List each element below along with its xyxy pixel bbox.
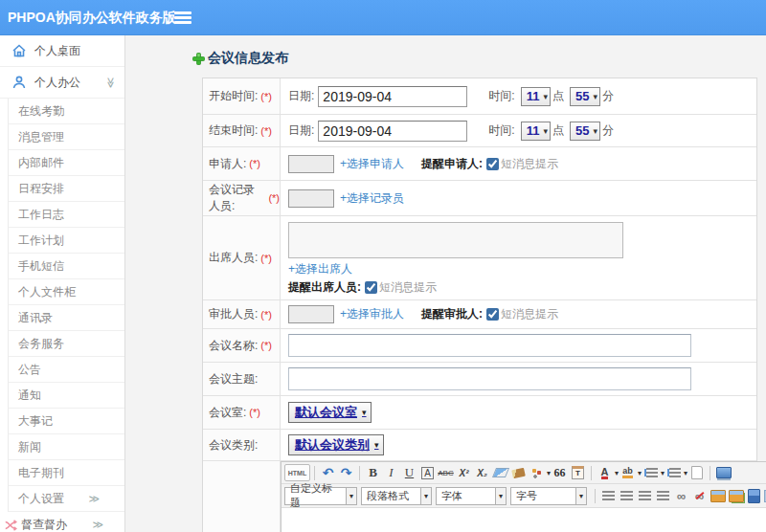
sidebar-item-label: 电子期刊	[18, 465, 64, 481]
sidebar-item-personal-settings[interactable]: 个人设置 ≫	[9, 486, 124, 512]
custom-title-dropdown[interactable]: 自定义标题▾	[284, 487, 357, 505]
sidebar-item[interactable]: 电子期刊	[9, 460, 124, 486]
choose-attendees-link[interactable]: +选择出席人	[288, 261, 352, 277]
align-right-icon[interactable]	[636, 487, 654, 504]
font-family-dropdown[interactable]: 字体▾	[436, 487, 507, 505]
redo-icon[interactable]: ↷	[337, 464, 355, 481]
chevron-down-icon[interactable]: ≫	[105, 77, 118, 88]
fullscreen-icon[interactable]	[714, 464, 732, 481]
highlight-color-button[interactable]: ab	[619, 464, 637, 481]
sidebar-item[interactable]: 消息管理	[9, 124, 124, 150]
field-label: 开始时间:	[209, 88, 258, 104]
eraser-icon[interactable]	[491, 464, 509, 481]
sidebar-item[interactable]: 会务服务	[9, 331, 124, 357]
choose-recorder-link[interactable]: +选择记录员	[340, 190, 404, 207]
editor-content-area[interactable]	[282, 508, 766, 532]
font-color-button[interactable]: A	[596, 464, 614, 481]
meeting-room-select[interactable]: 默认会议室▾	[288, 402, 372, 423]
start-hour-select[interactable]: 11▾	[521, 87, 551, 106]
page-title-text: 会议信息发布	[208, 50, 288, 67]
paragraph-format-dropdown[interactable]: 段落格式▾	[361, 487, 432, 505]
unordered-list-button[interactable]	[665, 464, 683, 481]
home-icon	[11, 43, 27, 58]
sidebar-item[interactable]: 个人文件柜	[9, 279, 124, 305]
html-source-button[interactable]: HTML	[284, 464, 310, 481]
end-minute-select[interactable]: 55▾	[570, 122, 600, 141]
approver-sms-checkbox[interactable]	[486, 308, 499, 321]
sidebar-item-personal-desktop[interactable]: 个人桌面	[0, 35, 124, 67]
time-label: 时间:	[488, 88, 514, 104]
sidebar-item[interactable]: 工作日志	[9, 202, 124, 228]
image-icon[interactable]	[709, 487, 727, 504]
subscript-button[interactable]: X₂	[473, 464, 491, 481]
form-row-meeting-type: 会议类别: 默认会议类别▾	[203, 430, 756, 461]
attendees-textarea[interactable]	[288, 222, 623, 258]
choose-approver-link[interactable]: +选择审批人	[340, 306, 404, 322]
end-date-input[interactable]	[318, 121, 467, 142]
sidebar-item-label: 日程安排	[18, 181, 64, 197]
unlink-icon[interactable]: ∞	[690, 487, 709, 504]
meeting-name-input[interactable]	[288, 334, 691, 357]
blockquote-button[interactable]: 66	[551, 464, 569, 481]
new-document-icon[interactable]	[687, 464, 706, 481]
minute-suffix: 分	[602, 122, 614, 139]
sidebar-item-label: 工作日志	[18, 207, 64, 223]
image-upload-icon[interactable]	[727, 487, 745, 504]
editor-toolbar-row2: 自定义标题▾段落格式▾字体▾字号▾∞∞	[282, 484, 766, 508]
ordered-list-button[interactable]	[642, 464, 660, 481]
choose-applicant-link[interactable]: +选择申请人	[340, 156, 404, 172]
font-box-button[interactable]: A	[418, 464, 437, 481]
sidebar-item-label: 手机短信	[18, 258, 64, 275]
align-left-icon[interactable]	[599, 487, 618, 504]
meeting-subject-input[interactable]	[288, 367, 691, 390]
field-label: 会议主题:	[209, 371, 258, 388]
underline-button[interactable]: U	[400, 464, 418, 481]
sidebar-item[interactable]: 新闻	[9, 434, 124, 460]
approver-input[interactable]	[288, 305, 334, 323]
sms-label: 短消息提示	[379, 279, 437, 296]
field-label: 会议名称:	[209, 338, 258, 354]
font-size-dropdown[interactable]: 字号▾	[510, 487, 587, 505]
sms-label: 短消息提示	[501, 306, 558, 322]
sidebar-item[interactable]: 内部邮件	[9, 150, 124, 176]
sidebar-item[interactable]: 日程安排	[9, 176, 124, 202]
top-bar: PHPOA协同办公软件政务版	[0, 0, 766, 35]
required-mark: (*)	[260, 340, 272, 351]
format-painter-icon[interactable]	[509, 464, 528, 481]
sidebar-item[interactable]: 手机短信	[9, 254, 124, 279]
strikethrough-button[interactable]: ABC	[437, 464, 455, 481]
sidebar-item-personal-office[interactable]: 个人办公 ≫	[0, 67, 124, 99]
text-effect-icon[interactable]	[528, 464, 546, 481]
italic-button[interactable]: I	[382, 464, 400, 481]
sidebar-item[interactable]: 公告	[9, 357, 124, 383]
required-mark: (*)	[260, 253, 272, 264]
sidebar-item-supervision[interactable]: 督查督办 ≫	[0, 512, 124, 532]
toolbar-separator	[314, 466, 315, 480]
end-hour-select[interactable]: 11▾	[521, 122, 551, 141]
align-justify-icon[interactable]	[654, 487, 672, 504]
undo-icon[interactable]: ↶	[319, 464, 337, 481]
start-minute-select[interactable]: 55▾	[570, 87, 600, 106]
sidebar-item[interactable]: 通讯录	[9, 305, 124, 331]
applicant-input[interactable]	[288, 155, 334, 173]
start-date-input[interactable]	[318, 86, 467, 107]
attendees-sms-checkbox[interactable]	[365, 281, 377, 294]
hour-suffix: 点	[552, 88, 564, 104]
recorder-input[interactable]	[288, 189, 334, 208]
sidebar-item[interactable]: 通知	[9, 383, 124, 409]
superscript-button[interactable]: X²	[455, 464, 473, 481]
sidebar-item[interactable]: 在线考勤	[9, 99, 124, 124]
meeting-type-select[interactable]: 默认会议类别▾	[288, 434, 384, 455]
link-icon[interactable]: ∞	[672, 487, 690, 504]
align-center-icon[interactable]	[618, 487, 636, 504]
bold-button[interactable]: B	[364, 464, 382, 481]
applicant-sms-checkbox[interactable]	[486, 158, 499, 170]
sidebar-item-label: 会务服务	[18, 336, 64, 352]
menu-icon[interactable]	[174, 11, 192, 24]
media-icon[interactable]	[745, 487, 763, 504]
paste-as-text-icon[interactable]: T	[569, 464, 587, 481]
required-mark: (*)	[249, 158, 260, 169]
sidebar-item[interactable]: 工作计划	[9, 228, 124, 254]
sidebar-item[interactable]: 大事记	[9, 409, 124, 434]
form-row-meeting-room: 会议室:(*) 默认会议室▾	[203, 396, 756, 430]
